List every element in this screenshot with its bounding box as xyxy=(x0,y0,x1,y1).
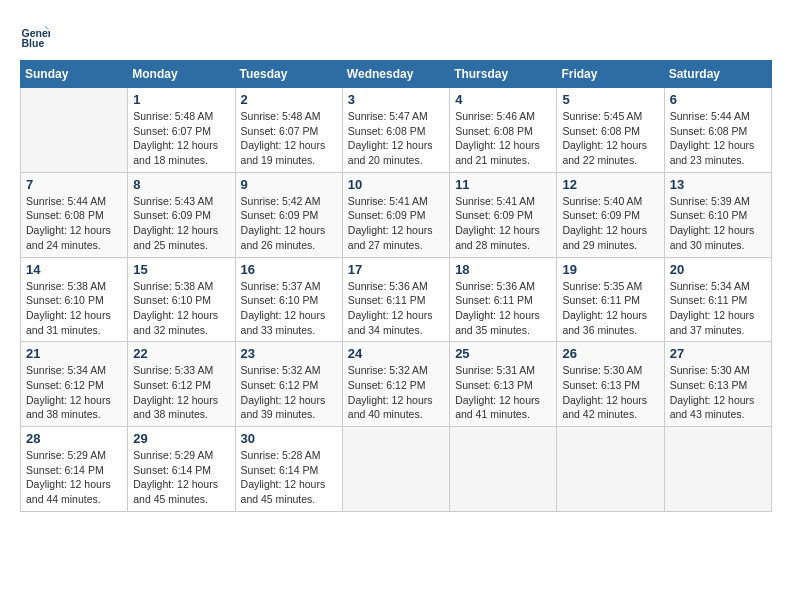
day-cell xyxy=(342,427,449,512)
day-number: 25 xyxy=(455,346,551,361)
day-cell: 5Sunrise: 5:45 AM Sunset: 6:08 PM Daylig… xyxy=(557,88,664,173)
day-number: 22 xyxy=(133,346,229,361)
day-cell: 9Sunrise: 5:42 AM Sunset: 6:09 PM Daylig… xyxy=(235,172,342,257)
day-info: Sunrise: 5:47 AM Sunset: 6:08 PM Dayligh… xyxy=(348,109,444,168)
day-number: 11 xyxy=(455,177,551,192)
day-cell: 11Sunrise: 5:41 AM Sunset: 6:09 PM Dayli… xyxy=(450,172,557,257)
day-cell: 2Sunrise: 5:48 AM Sunset: 6:07 PM Daylig… xyxy=(235,88,342,173)
day-info: Sunrise: 5:48 AM Sunset: 6:07 PM Dayligh… xyxy=(133,109,229,168)
day-number: 27 xyxy=(670,346,766,361)
day-cell: 6Sunrise: 5:44 AM Sunset: 6:08 PM Daylig… xyxy=(664,88,771,173)
day-cell: 16Sunrise: 5:37 AM Sunset: 6:10 PM Dayli… xyxy=(235,257,342,342)
day-info: Sunrise: 5:30 AM Sunset: 6:13 PM Dayligh… xyxy=(670,363,766,422)
day-number: 10 xyxy=(348,177,444,192)
day-info: Sunrise: 5:39 AM Sunset: 6:10 PM Dayligh… xyxy=(670,194,766,253)
day-info: Sunrise: 5:31 AM Sunset: 6:13 PM Dayligh… xyxy=(455,363,551,422)
day-cell: 20Sunrise: 5:34 AM Sunset: 6:11 PM Dayli… xyxy=(664,257,771,342)
day-cell: 25Sunrise: 5:31 AM Sunset: 6:13 PM Dayli… xyxy=(450,342,557,427)
day-info: Sunrise: 5:29 AM Sunset: 6:14 PM Dayligh… xyxy=(133,448,229,507)
calendar-table: SundayMondayTuesdayWednesdayThursdayFrid… xyxy=(20,60,772,512)
day-info: Sunrise: 5:46 AM Sunset: 6:08 PM Dayligh… xyxy=(455,109,551,168)
day-info: Sunrise: 5:34 AM Sunset: 6:11 PM Dayligh… xyxy=(670,279,766,338)
col-header-tuesday: Tuesday xyxy=(235,61,342,88)
day-info: Sunrise: 5:32 AM Sunset: 6:12 PM Dayligh… xyxy=(241,363,337,422)
day-cell: 10Sunrise: 5:41 AM Sunset: 6:09 PM Dayli… xyxy=(342,172,449,257)
day-cell: 22Sunrise: 5:33 AM Sunset: 6:12 PM Dayli… xyxy=(128,342,235,427)
day-info: Sunrise: 5:41 AM Sunset: 6:09 PM Dayligh… xyxy=(348,194,444,253)
day-cell xyxy=(21,88,128,173)
calendar-body: 1Sunrise: 5:48 AM Sunset: 6:07 PM Daylig… xyxy=(21,88,772,512)
day-cell: 30Sunrise: 5:28 AM Sunset: 6:14 PM Dayli… xyxy=(235,427,342,512)
day-number: 24 xyxy=(348,346,444,361)
day-number: 30 xyxy=(241,431,337,446)
day-number: 7 xyxy=(26,177,122,192)
day-number: 13 xyxy=(670,177,766,192)
day-number: 29 xyxy=(133,431,229,446)
day-info: Sunrise: 5:38 AM Sunset: 6:10 PM Dayligh… xyxy=(26,279,122,338)
day-number: 19 xyxy=(562,262,658,277)
day-cell: 19Sunrise: 5:35 AM Sunset: 6:11 PM Dayli… xyxy=(557,257,664,342)
day-info: Sunrise: 5:32 AM Sunset: 6:12 PM Dayligh… xyxy=(348,363,444,422)
week-row-1: 1Sunrise: 5:48 AM Sunset: 6:07 PM Daylig… xyxy=(21,88,772,173)
day-cell xyxy=(557,427,664,512)
col-header-wednesday: Wednesday xyxy=(342,61,449,88)
day-number: 8 xyxy=(133,177,229,192)
calendar-header: SundayMondayTuesdayWednesdayThursdayFrid… xyxy=(21,61,772,88)
day-cell: 24Sunrise: 5:32 AM Sunset: 6:12 PM Dayli… xyxy=(342,342,449,427)
col-header-sunday: Sunday xyxy=(21,61,128,88)
day-number: 26 xyxy=(562,346,658,361)
day-cell: 28Sunrise: 5:29 AM Sunset: 6:14 PM Dayli… xyxy=(21,427,128,512)
col-header-saturday: Saturday xyxy=(664,61,771,88)
day-info: Sunrise: 5:38 AM Sunset: 6:10 PM Dayligh… xyxy=(133,279,229,338)
day-cell: 4Sunrise: 5:46 AM Sunset: 6:08 PM Daylig… xyxy=(450,88,557,173)
day-number: 23 xyxy=(241,346,337,361)
day-number: 12 xyxy=(562,177,658,192)
day-number: 28 xyxy=(26,431,122,446)
day-info: Sunrise: 5:36 AM Sunset: 6:11 PM Dayligh… xyxy=(348,279,444,338)
day-number: 5 xyxy=(562,92,658,107)
day-cell xyxy=(450,427,557,512)
day-cell: 23Sunrise: 5:32 AM Sunset: 6:12 PM Dayli… xyxy=(235,342,342,427)
day-info: Sunrise: 5:36 AM Sunset: 6:11 PM Dayligh… xyxy=(455,279,551,338)
day-cell: 18Sunrise: 5:36 AM Sunset: 6:11 PM Dayli… xyxy=(450,257,557,342)
day-cell: 8Sunrise: 5:43 AM Sunset: 6:09 PM Daylig… xyxy=(128,172,235,257)
day-number: 18 xyxy=(455,262,551,277)
day-info: Sunrise: 5:34 AM Sunset: 6:12 PM Dayligh… xyxy=(26,363,122,422)
day-info: Sunrise: 5:35 AM Sunset: 6:11 PM Dayligh… xyxy=(562,279,658,338)
day-cell: 15Sunrise: 5:38 AM Sunset: 6:10 PM Dayli… xyxy=(128,257,235,342)
col-header-thursday: Thursday xyxy=(450,61,557,88)
day-number: 15 xyxy=(133,262,229,277)
svg-text:Blue: Blue xyxy=(22,37,45,49)
day-info: Sunrise: 5:45 AM Sunset: 6:08 PM Dayligh… xyxy=(562,109,658,168)
week-row-4: 21Sunrise: 5:34 AM Sunset: 6:12 PM Dayli… xyxy=(21,342,772,427)
week-row-3: 14Sunrise: 5:38 AM Sunset: 6:10 PM Dayli… xyxy=(21,257,772,342)
day-info: Sunrise: 5:37 AM Sunset: 6:10 PM Dayligh… xyxy=(241,279,337,338)
day-number: 9 xyxy=(241,177,337,192)
day-info: Sunrise: 5:28 AM Sunset: 6:14 PM Dayligh… xyxy=(241,448,337,507)
day-info: Sunrise: 5:48 AM Sunset: 6:07 PM Dayligh… xyxy=(241,109,337,168)
day-info: Sunrise: 5:43 AM Sunset: 6:09 PM Dayligh… xyxy=(133,194,229,253)
logo: General Blue xyxy=(20,20,54,50)
day-number: 20 xyxy=(670,262,766,277)
day-cell: 27Sunrise: 5:30 AM Sunset: 6:13 PM Dayli… xyxy=(664,342,771,427)
day-cell: 29Sunrise: 5:29 AM Sunset: 6:14 PM Dayli… xyxy=(128,427,235,512)
day-cell: 17Sunrise: 5:36 AM Sunset: 6:11 PM Dayli… xyxy=(342,257,449,342)
day-cell xyxy=(664,427,771,512)
day-info: Sunrise: 5:29 AM Sunset: 6:14 PM Dayligh… xyxy=(26,448,122,507)
day-cell: 13Sunrise: 5:39 AM Sunset: 6:10 PM Dayli… xyxy=(664,172,771,257)
day-number: 3 xyxy=(348,92,444,107)
page-header: General Blue xyxy=(20,20,772,50)
day-info: Sunrise: 5:41 AM Sunset: 6:09 PM Dayligh… xyxy=(455,194,551,253)
day-number: 21 xyxy=(26,346,122,361)
day-info: Sunrise: 5:42 AM Sunset: 6:09 PM Dayligh… xyxy=(241,194,337,253)
logo-icon: General Blue xyxy=(20,20,50,50)
day-cell: 12Sunrise: 5:40 AM Sunset: 6:09 PM Dayli… xyxy=(557,172,664,257)
week-row-5: 28Sunrise: 5:29 AM Sunset: 6:14 PM Dayli… xyxy=(21,427,772,512)
day-number: 6 xyxy=(670,92,766,107)
day-info: Sunrise: 5:44 AM Sunset: 6:08 PM Dayligh… xyxy=(670,109,766,168)
day-number: 4 xyxy=(455,92,551,107)
day-number: 16 xyxy=(241,262,337,277)
day-cell: 7Sunrise: 5:44 AM Sunset: 6:08 PM Daylig… xyxy=(21,172,128,257)
col-header-friday: Friday xyxy=(557,61,664,88)
day-number: 1 xyxy=(133,92,229,107)
